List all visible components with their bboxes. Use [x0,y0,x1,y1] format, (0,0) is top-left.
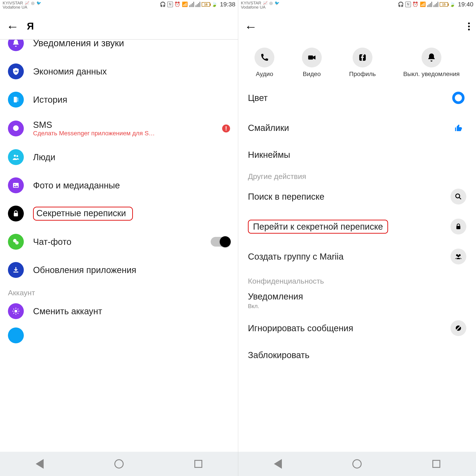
switch-icon [8,303,24,319]
row-datasaver[interactable]: Экономия данных [0,57,238,85]
alert-badge-icon: ! [222,124,230,133]
bell-icon [422,48,442,68]
action-profile[interactable]: Профиль [349,48,376,78]
row-ignore[interactable]: Игнорировать сообщения [238,313,476,343]
status-bar: KYIVSTAR 📈 ◎ 🐦 Vodafone UA 🎧 N ⏰ 📶 15 🍃 … [238,0,476,13]
row-group[interactable]: Создать группу с Mariia [238,241,476,272]
nav-bar [238,452,476,476]
status-bar: KYIVSTAR 📈 ◎ 🐦 Vodafone UA 🎧 N ⏰ 📶 16 🍃 … [0,0,238,13]
lock-icon [450,219,466,235]
signal-1-icon [189,2,194,7]
bell-icon [8,40,24,51]
row-label: Экономия данных [33,67,230,76]
signal-1-icon [427,2,432,7]
row-label: Секретные переписки [36,208,126,218]
action-mute[interactable]: Выкл. уведомления [403,48,460,78]
wifi-icon: 📶 [420,1,426,7]
signal-2-icon [195,2,200,7]
row-label: Цвет [248,93,445,103]
profile-content: Аудио Видео Профиль Выкл. уведомления Цв… [238,40,476,452]
chrome-icon: ◎ [269,1,273,5]
phone-icon [255,48,274,68]
row-sms[interactable]: SMS Сделать Messenger приложением для S…… [0,114,238,143]
lock-icon [8,206,24,221]
carrier-2: Vodafone UA [241,5,279,9]
nav-recent[interactable] [193,459,204,469]
row-label: Уведомления и звуки [33,40,230,49]
row-label: SMS [33,120,213,130]
color-dot-icon [452,92,464,104]
nfc-icon: N [405,1,411,7]
people-icon [8,149,24,165]
row-partial-bottom[interactable] [0,325,238,343]
back-arrow-icon[interactable]: ← [244,19,257,34]
row-label: Поиск в переписке [248,192,445,202]
nav-recent[interactable] [431,459,442,469]
twitter-icon: 🐦 [274,1,279,5]
svg-rect-7 [14,213,18,216]
nav-home[interactable] [114,459,124,469]
row-chatphoto[interactable]: Чат-фото [0,228,238,256]
row-switch-account[interactable]: Сменить аккаунт [0,297,238,325]
action-video[interactable]: Видео [302,48,322,78]
row-updates[interactable]: Обновления приложения [0,256,238,284]
status-time: 19:38 [220,1,235,8]
app-header: ← [238,13,476,40]
wifi-icon: 📶 [182,1,188,7]
row-label: Сменить аккаунт [33,306,230,316]
facebook-icon [353,48,373,68]
row-people[interactable]: Люди [0,143,238,171]
section-privacy: Конфиденциальность [238,272,476,286]
alarm-icon: ⏰ [412,1,419,7]
row-label: Создать группу с Mariia [248,252,445,262]
row-nicknames[interactable]: Никнеймы [238,143,476,167]
battery-icon: 16 [202,2,210,7]
chat-icon [8,120,24,136]
row-label: Фото и медиаданные [33,181,230,190]
row-notifications[interactable]: Уведомления и звуки [0,40,238,57]
chrome-icon: ◎ [31,1,34,5]
status-time: 19:40 [458,1,473,8]
row-emoji[interactable]: Смайлики [238,113,476,143]
row-search[interactable]: Поиск в переписке [238,182,476,212]
svg-point-3 [14,155,16,157]
toggle-knob [220,236,231,247]
nav-bar [0,452,238,476]
svg-point-4 [16,155,18,157]
row-photomedia[interactable]: Фото и медиаданные [0,171,238,199]
svg-point-13 [456,194,460,198]
nav-home[interactable] [352,459,362,469]
status-carriers: KYIVSTAR 📈 ◎ 🐦 Vodafone UA [241,1,279,9]
back-arrow-icon[interactable]: ← [6,19,19,34]
more-menu[interactable] [468,22,470,30]
row-label: Чат-фото [33,237,202,247]
section-account: Аккаунт [0,284,238,297]
svg-point-6 [14,184,16,185]
video-icon [302,48,322,68]
header-title: Я [27,21,34,32]
nav-back[interactable] [34,459,45,469]
row-notifications[interactable]: Уведомления Вкл. [238,286,476,313]
nav-back[interactable] [272,459,283,469]
app-header: ← Я [0,13,238,40]
svg-point-9 [15,241,19,245]
row-secret[interactable]: Секретные переписки [0,199,238,228]
row-story[interactable]: История [0,85,238,114]
highlight-box: Секретные переписки [33,207,133,221]
row-block[interactable]: Заблокировать [238,343,476,367]
row-color[interactable]: Цвет [238,83,476,113]
chatphoto-toggle[interactable] [211,237,230,247]
action-audio[interactable]: Аудио [255,48,274,78]
nfc-icon: N [167,1,173,7]
row-label: Уведомления [248,291,303,302]
action-label: Профиль [349,70,376,78]
svg-rect-1 [17,98,18,102]
phone-right: KYIVSTAR 📈 ◎ 🐦 Vodafone UA 🎧 N ⏰ 📶 15 🍃 … [238,0,476,476]
row-label: История [33,95,230,105]
row-secret[interactable]: Перейти к секретной переписке [238,212,476,241]
section-other: Другие действия [238,167,476,182]
ignore-icon [450,320,466,336]
row-label: Люди [33,152,230,162]
story-icon [8,92,24,107]
status-carriers: KYIVSTAR 📈 ◎ 🐦 Vodafone UA [3,1,41,9]
